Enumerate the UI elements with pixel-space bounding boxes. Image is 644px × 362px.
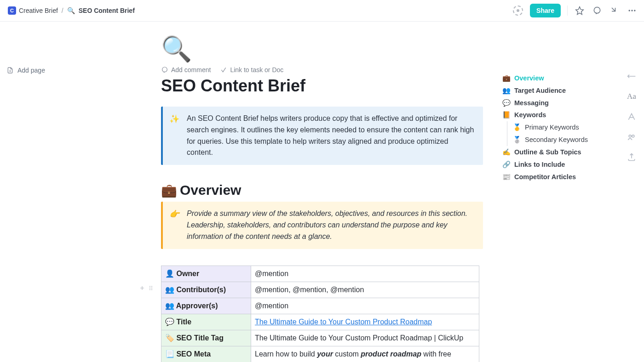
meta-value[interactable]: Learn how to build your custom product r…	[251, 346, 479, 362]
svg-point-2	[631, 10, 632, 11]
page-title[interactable]: SEO Content Brief	[161, 76, 483, 96]
intro-callout: ✨ An SEO Content Brief helps writers pro…	[161, 107, 483, 165]
add-page-button[interactable]: Add page	[6, 67, 45, 74]
collapse-icon[interactable]	[609, 5, 620, 16]
sparkles-icon: ✨	[169, 113, 179, 158]
top-actions: Share	[512, 4, 638, 17]
overview-callout: 👉 Provide a summary view of the stakehol…	[161, 202, 483, 249]
svg-point-9	[150, 289, 150, 290]
star-icon[interactable]	[574, 5, 585, 16]
toc-label: Outline & Sub Topics	[514, 146, 581, 158]
svg-point-5	[150, 286, 150, 287]
title-value[interactable]: The Ultimate Guide to Your Custom Produc…	[251, 314, 479, 330]
contributors-label: 👥 Contributor(s)	[161, 282, 251, 298]
table-of-contents: 💼 Overview 👥 Target Audience 💬 Messaging…	[502, 72, 608, 183]
meta-label: 📃 SEO Meta Description	[161, 346, 251, 362]
breadcrumb-separator: /	[62, 7, 63, 14]
toc-label: Secondary Keywords	[525, 134, 588, 146]
svg-point-4	[162, 67, 167, 72]
link-icon: 🔗	[502, 158, 512, 171]
link-to-label: Link to task or Doc	[230, 66, 283, 74]
toc-item-outline[interactable]: ✍️ Outline & Sub Topics	[502, 146, 608, 158]
add-comment-button[interactable]: Add comment	[161, 66, 211, 74]
add-comment-label: Add comment	[171, 66, 211, 74]
briefcase-icon: 💼	[502, 72, 512, 85]
overview-heading-text: Overview	[180, 182, 241, 198]
toc-item-overview[interactable]: 💼 Overview	[502, 72, 608, 85]
export-icon[interactable]	[627, 152, 637, 162]
collab-icon[interactable]	[627, 132, 637, 142]
speech-icon: 💬	[502, 97, 512, 109]
breadcrumb: C Creative Brief / 🔍 SEO Content Brief	[8, 6, 135, 15]
svg-point-11	[629, 135, 631, 137]
svg-point-8	[151, 288, 152, 288]
title-label: 💬 Title	[161, 314, 251, 330]
briefcase-icon: 💼	[161, 183, 177, 198]
toc-label: Messaging	[514, 97, 549, 109]
overview-table: 👤 Owner @mention 👥 Contributor(s) @menti…	[161, 266, 479, 362]
approvers-label: 👥 Approver(s)	[161, 298, 251, 314]
seo-title-value[interactable]: The Ultimate Guide to Your Custom Produc…	[251, 330, 479, 346]
svg-point-3	[634, 10, 635, 11]
toc-item-keywords[interactable]: 📙 Keywords	[502, 109, 608, 121]
width-toggle-icon[interactable]	[627, 71, 637, 81]
svg-point-7	[150, 288, 150, 288]
link-to-button[interactable]: Link to task or Doc	[220, 66, 283, 74]
table-row[interactable]: 📃 SEO Meta Description Learn how to buil…	[161, 346, 479, 362]
ai-icon[interactable]	[627, 112, 637, 122]
owner-value[interactable]: @mention	[251, 266, 479, 282]
table-row[interactable]: 👤 Owner @mention	[161, 266, 479, 282]
share-button[interactable]: Share	[530, 4, 561, 17]
silver-medal-icon: 🥈	[513, 134, 522, 146]
left-gutter: Add page	[0, 22, 161, 362]
svg-point-12	[632, 135, 634, 137]
topbar: C Creative Brief / 🔍 SEO Content Brief S…	[0, 0, 644, 22]
meta-actions: Add comment Link to task or Doc	[161, 66, 483, 74]
toc-item-messaging[interactable]: 💬 Messaging	[502, 97, 608, 109]
toc-item-links[interactable]: 🔗 Links to Include	[502, 158, 608, 171]
font-size-icon[interactable]: Aa	[627, 91, 637, 102]
owner-label: 👤 Owner	[161, 266, 251, 282]
divider	[567, 6, 568, 16]
toc-label: Competitor Articles	[514, 171, 576, 183]
page-emoji[interactable]: 🔍	[161, 34, 483, 63]
toc-item-primary-keywords[interactable]: 🥇 Primary Keywords	[507, 121, 608, 134]
more-icon[interactable]	[627, 5, 638, 16]
table-row[interactable]: 🏷️ SEO Title Tag The Ultimate Guide to Y…	[161, 330, 479, 346]
toc-item-audience[interactable]: 👥 Target Audience	[502, 85, 608, 97]
overview-heading[interactable]: 💼 Overview	[161, 182, 483, 198]
tool-rail: Aa	[624, 71, 639, 162]
intro-callout-text[interactable]: An SEO Content Brief helps writers produ…	[187, 113, 476, 158]
approvers-value[interactable]: @mention	[251, 298, 479, 314]
theme-icon[interactable]	[512, 5, 523, 16]
workspace-icon[interactable]: C	[8, 6, 16, 15]
toc-item-secondary-keywords[interactable]: 🥈 Secondary Keywords	[507, 134, 608, 146]
row-handles[interactable]	[139, 285, 154, 291]
svg-point-10	[151, 289, 152, 290]
breadcrumb-parent[interactable]: Creative Brief	[19, 7, 58, 14]
svg-point-0	[594, 7, 600, 13]
toc-label: Primary Keywords	[525, 121, 579, 134]
people-icon: 👥	[502, 85, 512, 97]
toc-label: Overview	[514, 72, 544, 85]
table-row[interactable]: 💬 Title The Ultimate Guide to Your Custo…	[161, 314, 479, 330]
gold-medal-icon: 🥇	[513, 121, 522, 134]
news-icon: 📰	[502, 171, 512, 183]
book-icon: 📙	[502, 109, 512, 121]
breadcrumb-page-emoji: 🔍	[67, 7, 75, 14]
title-link[interactable]: The Ultimate Guide to Your Custom Produc…	[255, 318, 432, 326]
contributors-value[interactable]: @mention, @mention, @mention	[251, 282, 479, 298]
seo-title-label: 🏷️ SEO Title Tag	[161, 330, 251, 346]
table-row[interactable]: 👥 Approver(s) @mention	[161, 298, 479, 314]
breadcrumb-current[interactable]: SEO Content Brief	[79, 7, 135, 14]
add-page-label: Add page	[17, 67, 45, 74]
table-row[interactable]: 👥 Contributor(s) @mention, @mention, @me…	[161, 282, 479, 298]
document: 🔍 Add comment Link to task or Doc SEO Co…	[161, 22, 483, 362]
comment-icon[interactable]	[592, 5, 603, 16]
svg-point-6	[151, 286, 152, 287]
toc-label: Keywords	[514, 109, 546, 121]
toc-item-competitor[interactable]: 📰 Competitor Articles	[502, 171, 608, 183]
overview-callout-text[interactable]: Provide a summary view of the stakeholde…	[187, 208, 476, 242]
svg-point-1	[629, 10, 630, 11]
writing-icon: ✍️	[502, 146, 512, 158]
